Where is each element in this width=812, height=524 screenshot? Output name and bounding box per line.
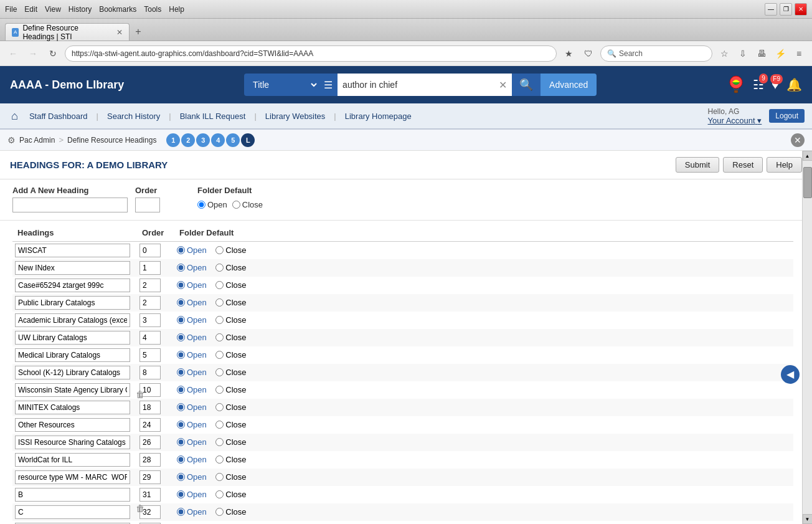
- home-nav-button[interactable]: ⌂: [7, 110, 22, 123]
- close-radio[interactable]: [232, 201, 240, 209]
- row-open-radio-label[interactable]: Open: [177, 280, 207, 290]
- row-close-radio-label[interactable]: Close: [215, 403, 246, 412]
- heading-row-input[interactable]: [15, 418, 130, 432]
- new-order-input[interactable]: [135, 198, 160, 212]
- row-close-radio-label[interactable]: Close: [215, 490, 246, 499]
- row-open-radio[interactable]: [177, 333, 185, 341]
- row-close-radio[interactable]: [215, 246, 224, 254]
- row-close-radio[interactable]: [215, 421, 224, 429]
- order-row-input[interactable]: [139, 366, 161, 379]
- order-row-input[interactable]: [139, 296, 161, 310]
- row-close-radio[interactable]: [215, 438, 224, 446]
- row-open-radio[interactable]: [177, 386, 185, 394]
- browser-tab-active[interactable]: A Define Resource Headings | STI ✕: [5, 23, 130, 40]
- row-open-radio[interactable]: [177, 264, 185, 272]
- order-row-input[interactable]: [139, 488, 161, 502]
- row-close-radio[interactable]: [215, 316, 224, 324]
- order-row-input[interactable]: [139, 279, 161, 292]
- heading-row-input[interactable]: [15, 331, 130, 345]
- heading-row-input[interactable]: [15, 366, 130, 379]
- step-pill-2[interactable]: 2: [181, 133, 195, 147]
- step-pill-3[interactable]: 3: [196, 133, 210, 147]
- row-close-radio[interactable]: [215, 368, 224, 376]
- row-open-radio[interactable]: [177, 368, 185, 376]
- heading-row-input[interactable]: [15, 313, 130, 327]
- row-open-radio[interactable]: [177, 351, 185, 359]
- order-row-input[interactable]: [139, 244, 161, 257]
- heading-row-input[interactable]: [15, 383, 130, 397]
- nav-library-websites[interactable]: Library Websites: [260, 109, 331, 123]
- row-open-radio-label[interactable]: Open: [177, 385, 207, 394]
- row-open-radio[interactable]: [177, 403, 185, 411]
- search-clear-button[interactable]: ✕: [499, 79, 507, 91]
- scrollbar-down-button[interactable]: ▼: [803, 514, 813, 524]
- delete-icon-2[interactable]: 🗑: [136, 503, 144, 513]
- heading-row-input[interactable]: [15, 470, 130, 484]
- row-open-radio[interactable]: [177, 316, 185, 324]
- row-close-radio-label[interactable]: Close: [215, 455, 246, 464]
- print-button[interactable]: 🖶: [753, 45, 770, 62]
- delete-icon-1[interactable]: 🗑: [136, 389, 144, 399]
- row-open-radio-label[interactable]: Open: [177, 350, 207, 360]
- menu-edit[interactable]: Edit: [24, 5, 37, 14]
- close-radio-label[interactable]: Close: [232, 200, 263, 209]
- row-close-radio[interactable]: [215, 508, 224, 516]
- heading-row-input[interactable]: [15, 488, 130, 502]
- download-button[interactable]: ⇩: [735, 45, 751, 62]
- heading-row-input[interactable]: [15, 296, 130, 310]
- nav-search-history[interactable]: Search History: [102, 109, 165, 123]
- window-close-button[interactable]: ✕: [795, 3, 807, 16]
- row-close-radio-label[interactable]: Close: [215, 437, 246, 447]
- row-open-radio[interactable]: [177, 246, 185, 254]
- back-nav-arrow[interactable]: ◀: [781, 365, 800, 384]
- menu-view[interactable]: View: [45, 5, 61, 14]
- row-close-radio-label[interactable]: Close: [215, 333, 246, 342]
- row-close-radio-label[interactable]: Close: [215, 420, 246, 429]
- heading-row-input[interactable]: [15, 279, 130, 292]
- row-open-radio-label[interactable]: Open: [177, 420, 207, 429]
- menu-bookmarks[interactable]: Bookmarks: [99, 5, 136, 14]
- row-open-radio[interactable]: [177, 438, 185, 446]
- row-open-radio[interactable]: [177, 508, 185, 516]
- scrollbar-thumb[interactable]: [803, 167, 812, 198]
- heading-row-input[interactable]: [15, 348, 130, 362]
- row-open-radio-label[interactable]: Open: [177, 455, 207, 464]
- open-radio[interactable]: [197, 201, 205, 209]
- row-close-radio[interactable]: [215, 403, 224, 411]
- heading-row-input[interactable]: [15, 401, 130, 414]
- row-close-radio-label[interactable]: Close: [215, 385, 246, 394]
- row-close-radio-label[interactable]: Close: [215, 298, 246, 307]
- step-pill-5[interactable]: 5: [226, 133, 240, 147]
- search-go-button[interactable]: 🔍: [512, 74, 541, 96]
- order-row-input[interactable]: [139, 261, 161, 275]
- open-radio-label[interactable]: Open: [197, 200, 227, 209]
- row-open-radio-label[interactable]: Open: [177, 298, 207, 307]
- search-filter-button[interactable]: ☰: [319, 74, 338, 96]
- row-open-radio-label[interactable]: Open: [177, 333, 207, 342]
- row-close-radio-label[interactable]: Close: [215, 315, 246, 325]
- order-row-input[interactable]: [139, 418, 161, 432]
- nav-staff-dashboard[interactable]: Staff Dashboard: [24, 109, 93, 123]
- row-close-radio[interactable]: [215, 351, 224, 359]
- search-advanced-button[interactable]: Advanced: [541, 74, 597, 96]
- order-row-input[interactable]: [139, 331, 161, 345]
- bookmark-button[interactable]: ★: [560, 45, 577, 62]
- row-open-radio-label[interactable]: Open: [177, 472, 207, 482]
- heading-row-input[interactable]: [15, 436, 130, 449]
- order-row-input[interactable]: [139, 348, 161, 362]
- row-close-radio-label[interactable]: Close: [215, 280, 246, 290]
- order-row-input[interactable]: [139, 313, 161, 327]
- menu-file[interactable]: File: [5, 5, 17, 14]
- row-open-radio[interactable]: [177, 298, 185, 307]
- menu-help[interactable]: Help: [169, 5, 184, 14]
- step-pill-1[interactable]: 1: [166, 133, 180, 147]
- submit-button[interactable]: Submit: [676, 157, 719, 173]
- row-close-radio-label[interactable]: Close: [215, 472, 246, 482]
- address-input[interactable]: [65, 45, 557, 62]
- row-open-radio-label[interactable]: Open: [177, 507, 207, 517]
- order-row-input[interactable]: [139, 401, 161, 414]
- menu-tools[interactable]: Tools: [144, 5, 161, 14]
- search-input[interactable]: [342, 80, 499, 90]
- row-open-radio-label[interactable]: Open: [177, 315, 207, 325]
- row-open-radio-label[interactable]: Open: [177, 437, 207, 447]
